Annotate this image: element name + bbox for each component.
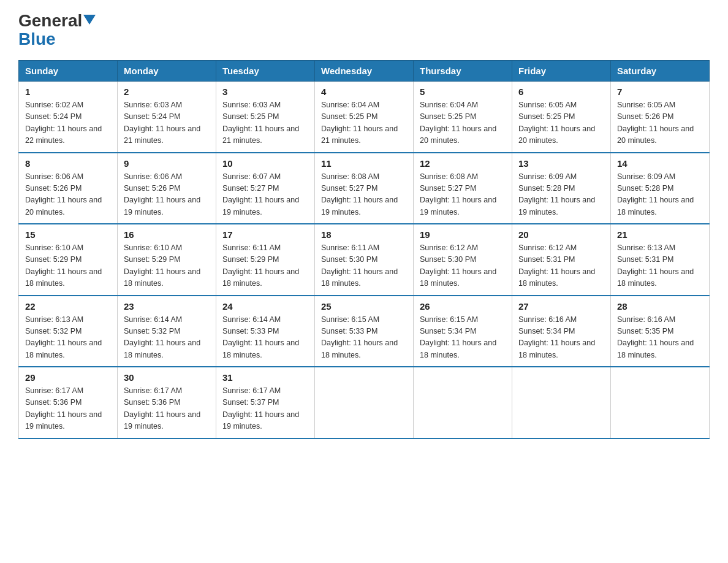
day-info: Sunrise: 6:12 AMSunset: 5:31 PMDaylight:… (518, 242, 604, 290)
day-info: Sunrise: 6:07 AMSunset: 5:27 PMDaylight:… (222, 171, 308, 219)
week-row-2: 8Sunrise: 6:06 AMSunset: 5:26 PMDaylight… (19, 153, 710, 224)
calendar-cell: 19Sunrise: 6:12 AMSunset: 5:30 PMDayligh… (414, 224, 512, 296)
day-info: Sunrise: 6:14 AMSunset: 5:32 PMDaylight:… (124, 314, 210, 362)
day-info: Sunrise: 6:04 AMSunset: 5:25 PMDaylight:… (321, 99, 407, 147)
day-number: 29 (25, 372, 111, 383)
day-info: Sunrise: 6:06 AMSunset: 5:26 PMDaylight:… (25, 171, 111, 219)
calendar-cell: 28Sunrise: 6:16 AMSunset: 5:35 PMDayligh… (611, 296, 710, 367)
calendar-cell: 20Sunrise: 6:12 AMSunset: 5:31 PMDayligh… (512, 224, 611, 296)
day-info: Sunrise: 6:06 AMSunset: 5:26 PMDaylight:… (124, 171, 210, 219)
logo-triangle-icon (83, 15, 96, 25)
day-info: Sunrise: 6:17 AMSunset: 5:36 PMDaylight:… (124, 385, 210, 433)
day-number: 2 (124, 86, 210, 97)
day-number: 17 (222, 229, 308, 240)
day-info: Sunrise: 6:03 AMSunset: 5:24 PMDaylight:… (124, 99, 210, 147)
calendar-cell: 3Sunrise: 6:03 AMSunset: 5:25 PMDaylight… (216, 82, 315, 153)
day-number: 21 (617, 229, 703, 240)
day-info: Sunrise: 6:08 AMSunset: 5:27 PMDaylight:… (321, 171, 407, 219)
calendar-cell: 16Sunrise: 6:10 AMSunset: 5:29 PMDayligh… (118, 224, 216, 296)
calendar-cell: 9Sunrise: 6:06 AMSunset: 5:26 PMDaylight… (118, 153, 216, 224)
day-info: Sunrise: 6:08 AMSunset: 5:27 PMDaylight:… (420, 171, 506, 219)
calendar-table: SundayMondayTuesdayWednesdayThursdayFrid… (18, 60, 710, 439)
calendar-cell (512, 367, 611, 439)
day-header-saturday: Saturday (611, 61, 710, 82)
calendar-cell: 6Sunrise: 6:05 AMSunset: 5:25 PMDaylight… (512, 82, 611, 153)
day-number: 9 (124, 158, 210, 169)
day-number: 7 (617, 86, 703, 97)
day-number: 5 (420, 86, 506, 97)
day-number: 26 (420, 301, 506, 312)
day-info: Sunrise: 6:12 AMSunset: 5:30 PMDaylight:… (420, 242, 506, 290)
day-info: Sunrise: 6:10 AMSunset: 5:29 PMDaylight:… (124, 242, 210, 290)
day-number: 1 (25, 86, 111, 97)
calendar-cell: 11Sunrise: 6:08 AMSunset: 5:27 PMDayligh… (315, 153, 414, 224)
calendar-cell: 8Sunrise: 6:06 AMSunset: 5:26 PMDaylight… (19, 153, 118, 224)
day-info: Sunrise: 6:02 AMSunset: 5:24 PMDaylight:… (25, 99, 111, 147)
calendar-cell: 7Sunrise: 6:05 AMSunset: 5:26 PMDaylight… (611, 82, 710, 153)
calendar-cell: 17Sunrise: 6:11 AMSunset: 5:29 PMDayligh… (216, 224, 315, 296)
calendar-cell (315, 367, 414, 439)
calendar-cell: 12Sunrise: 6:08 AMSunset: 5:27 PMDayligh… (414, 153, 512, 224)
calendar-cell: 13Sunrise: 6:09 AMSunset: 5:28 PMDayligh… (512, 153, 611, 224)
calendar-cell: 21Sunrise: 6:13 AMSunset: 5:31 PMDayligh… (611, 224, 710, 296)
week-row-4: 22Sunrise: 6:13 AMSunset: 5:32 PMDayligh… (19, 296, 710, 367)
day-info: Sunrise: 6:04 AMSunset: 5:25 PMDaylight:… (420, 99, 506, 147)
calendar-cell: 15Sunrise: 6:10 AMSunset: 5:29 PMDayligh… (19, 224, 118, 296)
days-header-row: SundayMondayTuesdayWednesdayThursdayFrid… (19, 61, 710, 82)
day-number: 19 (420, 229, 506, 240)
day-info: Sunrise: 6:16 AMSunset: 5:35 PMDaylight:… (617, 314, 703, 362)
day-info: Sunrise: 6:15 AMSunset: 5:34 PMDaylight:… (420, 314, 506, 362)
day-number: 10 (222, 158, 308, 169)
day-header-wednesday: Wednesday (315, 61, 414, 82)
day-info: Sunrise: 6:13 AMSunset: 5:31 PMDaylight:… (617, 242, 703, 290)
day-number: 22 (25, 301, 111, 312)
calendar-cell: 22Sunrise: 6:13 AMSunset: 5:32 PMDayligh… (19, 296, 118, 367)
calendar-cell: 26Sunrise: 6:15 AMSunset: 5:34 PMDayligh… (414, 296, 512, 367)
week-row-5: 29Sunrise: 6:17 AMSunset: 5:36 PMDayligh… (19, 367, 710, 439)
day-number: 31 (222, 372, 308, 383)
week-row-3: 15Sunrise: 6:10 AMSunset: 5:29 PMDayligh… (19, 224, 710, 296)
day-number: 28 (617, 301, 703, 312)
week-row-1: 1Sunrise: 6:02 AMSunset: 5:24 PMDaylight… (19, 82, 710, 153)
day-number: 3 (222, 86, 308, 97)
day-number: 15 (25, 229, 111, 240)
day-number: 18 (321, 229, 407, 240)
day-header-monday: Monday (118, 61, 216, 82)
calendar-cell: 24Sunrise: 6:14 AMSunset: 5:33 PMDayligh… (216, 296, 315, 367)
day-number: 8 (25, 158, 111, 169)
calendar-cell: 18Sunrise: 6:11 AMSunset: 5:30 PMDayligh… (315, 224, 414, 296)
calendar-cell (611, 367, 710, 439)
day-number: 13 (518, 158, 604, 169)
calendar-cell: 31Sunrise: 6:17 AMSunset: 5:37 PMDayligh… (216, 367, 315, 439)
day-number: 11 (321, 158, 407, 169)
day-info: Sunrise: 6:05 AMSunset: 5:25 PMDaylight:… (518, 99, 604, 147)
day-info: Sunrise: 6:17 AMSunset: 5:37 PMDaylight:… (222, 385, 308, 433)
page-header: General Blue (18, 12, 710, 48)
calendar-cell: 5Sunrise: 6:04 AMSunset: 5:25 PMDaylight… (414, 82, 512, 153)
day-number: 24 (222, 301, 308, 312)
day-number: 16 (124, 229, 210, 240)
day-header-thursday: Thursday (414, 61, 512, 82)
logo: General Blue (18, 12, 96, 48)
day-info: Sunrise: 6:14 AMSunset: 5:33 PMDaylight:… (222, 314, 308, 362)
calendar-cell: 29Sunrise: 6:17 AMSunset: 5:36 PMDayligh… (19, 367, 118, 439)
day-number: 27 (518, 301, 604, 312)
day-info: Sunrise: 6:09 AMSunset: 5:28 PMDaylight:… (518, 171, 604, 219)
calendar-cell: 2Sunrise: 6:03 AMSunset: 5:24 PMDaylight… (118, 82, 216, 153)
day-info: Sunrise: 6:16 AMSunset: 5:34 PMDaylight:… (518, 314, 604, 362)
calendar-cell: 4Sunrise: 6:04 AMSunset: 5:25 PMDaylight… (315, 82, 414, 153)
day-header-tuesday: Tuesday (216, 61, 315, 82)
calendar-cell: 27Sunrise: 6:16 AMSunset: 5:34 PMDayligh… (512, 296, 611, 367)
day-number: 25 (321, 301, 407, 312)
day-number: 6 (518, 86, 604, 97)
calendar-cell: 30Sunrise: 6:17 AMSunset: 5:36 PMDayligh… (118, 367, 216, 439)
day-info: Sunrise: 6:10 AMSunset: 5:29 PMDaylight:… (25, 242, 111, 290)
day-info: Sunrise: 6:11 AMSunset: 5:30 PMDaylight:… (321, 242, 407, 290)
day-number: 12 (420, 158, 506, 169)
calendar-cell: 23Sunrise: 6:14 AMSunset: 5:32 PMDayligh… (118, 296, 216, 367)
day-info: Sunrise: 6:05 AMSunset: 5:26 PMDaylight:… (617, 99, 703, 147)
calendar-cell: 10Sunrise: 6:07 AMSunset: 5:27 PMDayligh… (216, 153, 315, 224)
day-info: Sunrise: 6:15 AMSunset: 5:33 PMDaylight:… (321, 314, 407, 362)
day-number: 30 (124, 372, 210, 383)
calendar-cell (414, 367, 512, 439)
